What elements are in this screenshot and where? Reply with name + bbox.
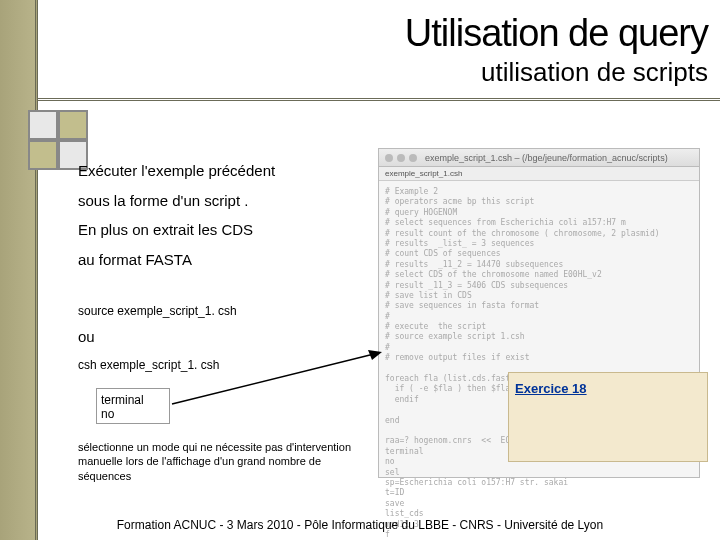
slide-title: Utilisation de query xyxy=(405,12,708,55)
slide-subtitle: utilisation de scripts xyxy=(405,57,708,88)
terminal-line: terminal xyxy=(101,393,165,407)
footer: Formation ACNUC - 3 Mars 2010 - Pôle Inf… xyxy=(0,518,720,532)
command-csh: csh exemple_script_1. csh xyxy=(78,358,219,372)
terminal-line: no xyxy=(101,407,165,421)
slide-title-block: Utilisation de query utilisation de scri… xyxy=(405,12,708,88)
tab: exemple_script_1.csh xyxy=(385,169,462,178)
window-titlebar: exemple_script_1.csh – (/bge/jeune/forma… xyxy=(379,149,699,167)
title-rule xyxy=(38,98,720,101)
window-dot-icon xyxy=(409,154,417,162)
window-dot-icon xyxy=(385,154,393,162)
window-dot-icon xyxy=(397,154,405,162)
exercise-link[interactable]: Exercice 18 xyxy=(515,381,587,396)
left-rail xyxy=(0,0,38,540)
window-title: exemple_script_1.csh – (/bge/jeune/forma… xyxy=(425,153,668,163)
body-line: Exécuter l'exemple précédent xyxy=(78,158,358,184)
arrow-icon xyxy=(168,348,382,408)
body-text: Exécuter l'exemple précédent sous la for… xyxy=(78,158,358,276)
body-line: En plus on extrait les CDS xyxy=(78,217,358,243)
exercise-box: Exercice 18 xyxy=(508,372,708,462)
body-line: sous la forme d'un script . xyxy=(78,188,358,214)
note-text: sélectionne un mode qui ne nécessite pas… xyxy=(78,440,368,483)
body-line: au format FASTA xyxy=(78,247,358,273)
terminal-box: terminal no xyxy=(96,388,170,424)
command-source: source exemple_script_1. csh xyxy=(78,304,237,318)
tab-bar: exemple_script_1.csh xyxy=(379,167,699,181)
script-content: # Example 2 # operators acme bp this scr… xyxy=(379,181,699,540)
or-label: ou xyxy=(78,328,95,345)
